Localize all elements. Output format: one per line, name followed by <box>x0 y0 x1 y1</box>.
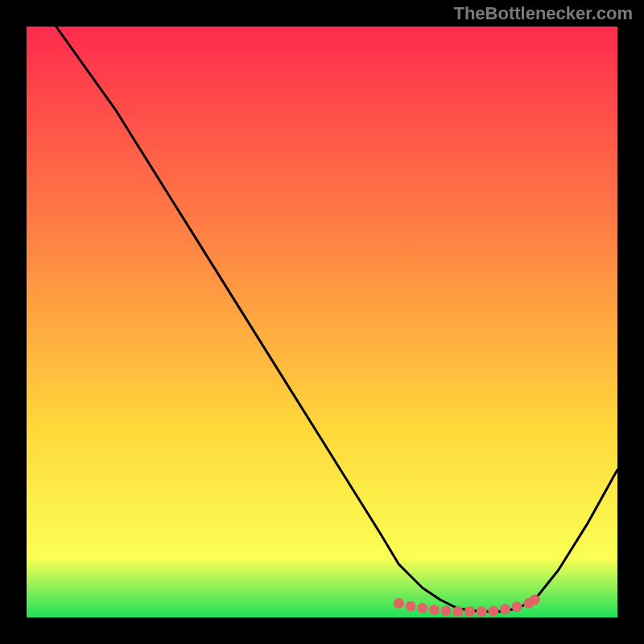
sweet-spot-dot <box>512 601 522 612</box>
plot-area <box>27 27 617 617</box>
sweet-spot-dot <box>429 605 440 615</box>
sweet-spot-dot <box>477 606 487 617</box>
sweet-spot-dot <box>394 598 404 609</box>
sweet-spot-dot <box>488 605 498 616</box>
attribution-text: TheBottlenecker.com <box>453 3 633 24</box>
gradient-background <box>27 27 617 617</box>
chart-frame: TheBottlenecker.com <box>0 0 644 644</box>
sweet-spot-dot <box>417 603 427 613</box>
chart-svg <box>27 27 617 617</box>
sweet-spot-dot <box>452 606 463 617</box>
sweet-spot-dot <box>530 595 540 605</box>
sweet-spot-dot <box>464 606 475 617</box>
sweet-spot-dot <box>406 601 416 612</box>
sweet-spot-dot <box>500 604 510 614</box>
sweet-spot-dot <box>441 605 452 616</box>
